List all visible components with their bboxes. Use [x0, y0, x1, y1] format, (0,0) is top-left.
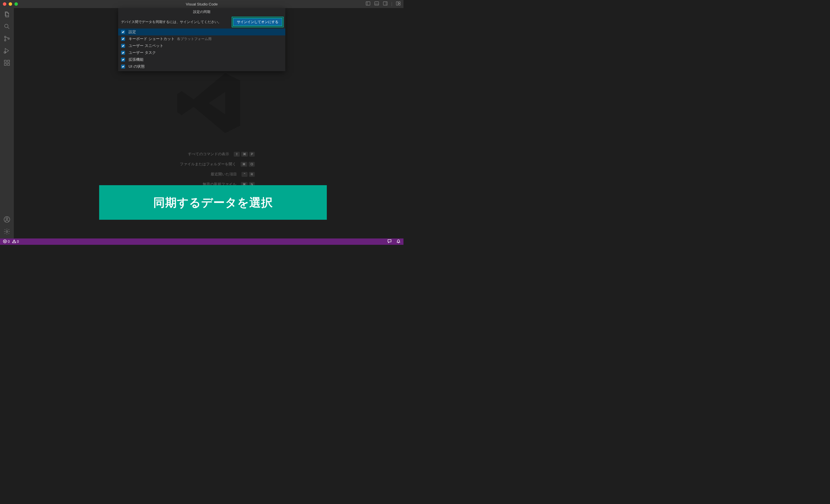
- notifications-bell-icon[interactable]: [396, 239, 401, 244]
- key-r: R: [249, 172, 255, 177]
- sync-option-label: UI の状態: [129, 64, 145, 69]
- svg-point-11: [5, 36, 6, 38]
- sync-option-snippets[interactable]: ユーザー スニペット: [118, 42, 285, 49]
- window-controls: [0, 2, 18, 6]
- error-icon: [3, 239, 7, 244]
- key-o: O: [249, 162, 255, 167]
- checkbox-checked-icon[interactable]: [121, 44, 125, 48]
- checkbox-checked-icon[interactable]: [121, 58, 125, 62]
- feedback-icon[interactable]: [387, 239, 392, 244]
- vscode-watermark-logo: [171, 66, 246, 140]
- banner-text: 同期するデータを選択: [153, 195, 273, 210]
- app-title: Visual Studio Code: [186, 2, 218, 6]
- accounts-icon[interactable]: [3, 216, 10, 223]
- toggle-primary-sidebar-icon[interactable]: [366, 1, 370, 7]
- svg-point-14: [4, 52, 6, 53]
- checkbox-checked-icon[interactable]: [121, 65, 125, 69]
- explorer-icon[interactable]: [3, 11, 10, 18]
- hint-recent: 最近開いた項目 ⌃ R: [128, 172, 289, 177]
- toggle-secondary-sidebar-icon[interactable]: [383, 1, 388, 7]
- sign-in-and-turn-on-button[interactable]: サインインしてオンにする: [233, 18, 282, 26]
- picker-title: 設定の同期: [118, 8, 285, 15]
- key-cmd: ⌘: [241, 152, 248, 157]
- svg-line-10: [8, 27, 9, 29]
- sync-option-label: 設定: [129, 29, 136, 35]
- svg-point-21: [6, 231, 8, 232]
- titlebar-layout-controls: [366, 1, 404, 7]
- toggle-panel-icon[interactable]: [374, 1, 379, 7]
- warning-icon: [12, 239, 16, 244]
- sync-option-keybindings[interactable]: キーボード ショートカット 各プラットフォーム用: [118, 35, 285, 42]
- key-p: P: [249, 152, 255, 157]
- hint-show-commands: すべてのコマンドの表示 ⇧ ⌘ P: [128, 152, 289, 157]
- key-ctrl: ⌃: [242, 172, 248, 177]
- svg-point-9: [5, 24, 8, 28]
- title-bar: Visual Studio Code: [0, 0, 404, 8]
- svg-rect-4: [383, 2, 387, 5]
- hint-open-file: ファイルまたはフォルダーを開く ⌘ O: [128, 162, 289, 167]
- sync-option-label: ユーザー タスク: [129, 50, 156, 55]
- source-control-icon[interactable]: [3, 35, 10, 42]
- customize-layout-icon[interactable]: [396, 1, 401, 7]
- svg-point-20: [6, 218, 8, 220]
- key-shift: ⇧: [234, 152, 240, 157]
- sync-option-tasks[interactable]: ユーザー タスク: [118, 49, 285, 56]
- run-debug-icon[interactable]: [3, 47, 10, 54]
- search-icon[interactable]: [3, 23, 10, 30]
- settings-sync-picker: 設定の同期 デバイス間でデータを同期するには、サインインしてください。 サインイ…: [118, 8, 285, 71]
- extensions-icon[interactable]: [3, 59, 10, 66]
- error-count: 0: [8, 240, 10, 244]
- hint-label: ファイルまたはフォルダーを開く: [180, 162, 236, 167]
- svg-rect-16: [7, 60, 9, 62]
- sync-option-settings[interactable]: 設定: [118, 29, 285, 35]
- warning-count: 0: [17, 240, 19, 244]
- activity-bar: [0, 8, 14, 238]
- annotation-banner: 同期するデータを選択: [99, 185, 327, 220]
- svg-rect-15: [4, 60, 6, 62]
- hint-label: 最近開いた項目: [211, 172, 237, 177]
- svg-rect-18: [7, 63, 9, 65]
- svg-point-13: [8, 38, 9, 39]
- maximize-window-button[interactable]: [14, 2, 18, 6]
- svg-rect-17: [4, 63, 6, 65]
- svg-rect-6: [396, 2, 398, 5]
- checkbox-checked-icon[interactable]: [121, 51, 125, 55]
- hint-label: すべてのコマンドの表示: [188, 152, 229, 157]
- layout-divider: [392, 2, 392, 6]
- picker-message: デバイス間でデータを同期するには、サインインしてください。: [121, 20, 233, 25]
- svg-rect-2: [375, 2, 379, 5]
- svg-point-12: [5, 40, 6, 41]
- checkbox-checked-icon[interactable]: [121, 30, 125, 34]
- status-bar: 0 0: [0, 238, 404, 245]
- problems-status-item[interactable]: 0 0: [3, 239, 19, 244]
- svg-rect-8: [398, 4, 400, 5]
- svg-rect-7: [398, 2, 400, 3]
- settings-gear-icon[interactable]: [3, 228, 10, 235]
- checkbox-checked-icon[interactable]: [121, 37, 125, 41]
- sync-option-sublabel: 各プラットフォーム用: [177, 37, 212, 41]
- minimize-window-button[interactable]: [9, 2, 12, 6]
- sync-option-ui-state[interactable]: UI の状態: [118, 63, 285, 70]
- key-cmd: ⌘: [241, 162, 247, 167]
- close-window-button[interactable]: [3, 2, 6, 6]
- sync-option-label: 拡張機能: [129, 57, 143, 62]
- sync-option-label: ユーザー スニペット: [129, 43, 163, 48]
- sync-options-list: 設定 キーボード ショートカット 各プラットフォーム用 ユーザー スニペット ユ…: [118, 29, 285, 71]
- svg-rect-0: [366, 2, 370, 5]
- sync-option-label: キーボード ショートカット: [129, 36, 174, 41]
- sync-option-extensions[interactable]: 拡張機能: [118, 56, 285, 63]
